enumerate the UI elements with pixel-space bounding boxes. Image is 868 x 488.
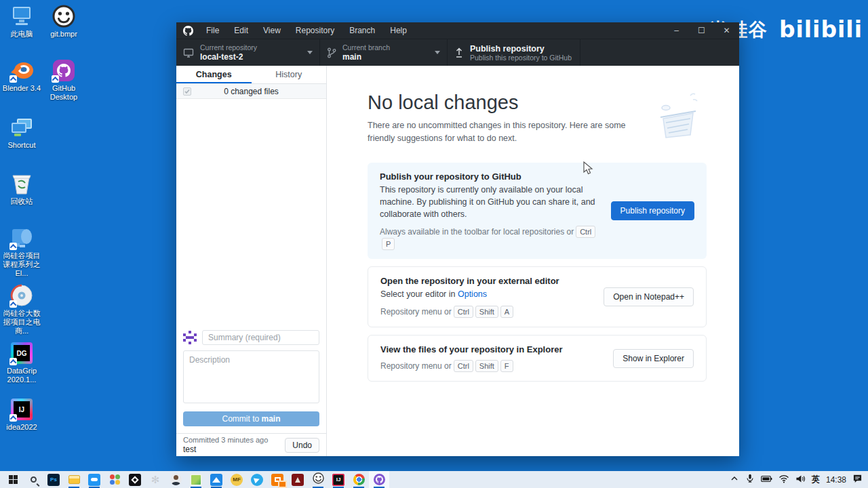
options-link[interactable]: Options (458, 289, 487, 299)
commit-button[interactable]: Commit to main (183, 411, 319, 426)
smiley-file-icon (52, 4, 76, 28)
maximize-button[interactable]: ☐ (689, 22, 714, 39)
start-button[interactable] (3, 471, 23, 488)
show-in-explorer-button[interactable]: Show in Explorer (613, 349, 694, 368)
key-badge: F (500, 360, 513, 372)
git-branch-icon (327, 47, 336, 58)
desktop-icon-this-pc[interactable]: 此电脑 (0, 4, 43, 39)
commit-description-input[interactable] (183, 350, 319, 403)
desktop-icon-git-bmpr[interactable]: git.bmpr (42, 4, 85, 39)
current-repository-dropdown[interactable]: Current repository local-test-2 (176, 39, 320, 66)
taskbar-github-desktop[interactable] (369, 471, 389, 488)
publish-repository-button[interactable]: Publish repository (611, 201, 694, 220)
bilibili-logo: bilibili (779, 16, 863, 43)
commit-status: Committed 3 minutes ago (183, 436, 268, 444)
desktop-icon-blender[interactable]: Blender 3.4 (0, 58, 43, 93)
open-in-editor-button[interactable]: Open in Notepad++ (604, 287, 694, 306)
battery-icon[interactable] (761, 474, 772, 486)
speaker-icon[interactable] (795, 474, 806, 486)
menu-file[interactable]: File (199, 22, 226, 39)
desktop-icon-label: DataGrip 2020.1... (0, 367, 43, 384)
sidebar-tabs: Changes History (176, 66, 326, 84)
toolbar: Current repository local-test-2 Current … (176, 39, 739, 66)
taskbar-red-app[interactable] (288, 471, 308, 488)
capcut-icon (129, 474, 141, 486)
desktop-icon-label: Shortcut (8, 141, 36, 150)
taskbar-intellij[interactable]: IJ (328, 471, 349, 488)
desktop-icon-datagrip[interactable]: DG DataGrip 2020.1... (0, 341, 43, 384)
key-badge: Ctrl (576, 226, 595, 238)
shortcut-arrow-icon (9, 243, 17, 250)
desktop-icon-shortcut[interactable]: Shortcut (0, 115, 43, 150)
grey-app-icon: ✻ (149, 474, 161, 486)
action-center-icon[interactable] (852, 474, 863, 486)
publish-repository-toolbar-button[interactable]: Publish repository Publish this reposito… (448, 39, 580, 66)
taskbar-chrome[interactable] (349, 471, 369, 488)
desktop-icon-label: GitHub Desktop (42, 84, 85, 102)
shortcut-arrow-icon (9, 358, 17, 365)
taskbar-mf-app[interactable]: MF (226, 471, 247, 488)
taskbar-colorful-app[interactable] (104, 471, 125, 488)
desktop-icon-label: 尚硅谷大数据项目之电商... (0, 309, 43, 336)
wifi-icon[interactable] (778, 474, 789, 486)
taskbar-picpick[interactable] (186, 471, 206, 488)
user-avatar (183, 331, 197, 344)
desktop-icon-course-folder[interactable]: 尚硅谷项目课程系列之El... (0, 226, 43, 279)
vmware-icon (271, 474, 283, 486)
taskbar-photos[interactable] (206, 471, 226, 488)
tab-changes[interactable]: Changes (176, 66, 252, 83)
key-badge: P (382, 238, 395, 250)
menu-repository[interactable]: Repository (288, 22, 342, 39)
minimize-button[interactable]: – (664, 22, 689, 39)
input-language-indicator[interactable]: 英 (812, 474, 820, 485)
commit-summary-input[interactable] (202, 330, 319, 345)
microphone-icon[interactable] (745, 473, 755, 486)
commit-message: test (183, 445, 268, 454)
titlebar: File Edit View Repository Branch Help – … (176, 22, 739, 39)
menu-view[interactable]: View (256, 22, 288, 39)
show-in-explorer-suggestion-card: View the files of your repository in Exp… (368, 335, 707, 382)
intellij-icon: IJ (332, 474, 344, 486)
open-editor-suggestion-card: Open the repository in your external edi… (368, 266, 707, 327)
current-branch-dropdown[interactable]: Current branch main (320, 39, 448, 66)
taskbar-balsamiq[interactable] (308, 471, 328, 488)
intellij-icon: IJ (9, 397, 34, 422)
datagrip-icon: DG (9, 341, 34, 365)
taskbar-vmware[interactable] (267, 471, 288, 488)
photoshop-icon: Ps (47, 474, 60, 486)
desktop-icon-idea[interactable]: IJ idea2022 (0, 397, 43, 432)
colorful-app-icon (110, 474, 120, 485)
undo-button[interactable]: Undo (285, 438, 319, 453)
desktop-icon-label: 此电脑 (11, 30, 33, 39)
shortcut-arrow-icon (52, 75, 59, 83)
taskbar-photoshop[interactable]: Ps (43, 471, 64, 488)
desktop-icon-github-desktop[interactable]: GitHub Desktop (42, 58, 85, 102)
taskbar-capcut[interactable] (125, 471, 145, 488)
menu-edit[interactable]: Edit (226, 22, 256, 39)
tab-history[interactable]: History (252, 66, 327, 83)
chrome-icon (353, 474, 365, 485)
taskbar-contact[interactable] (165, 471, 186, 488)
system-tray: 英 14:38 (730, 471, 868, 488)
taskbar-netdisk[interactable] (84, 471, 104, 488)
changes-sidebar: Changes History 0 changed files (176, 66, 327, 456)
close-button[interactable]: ✕ (714, 22, 739, 39)
desktop-icon-label: Blender 3.4 (3, 84, 41, 93)
picpick-icon (190, 474, 202, 486)
changed-files-count: 0 changed files (176, 87, 326, 96)
blankslate-panel: No local changes There are no uncommitte… (327, 66, 739, 456)
recycle-bin-icon (9, 171, 34, 196)
menu-help[interactable]: Help (382, 22, 414, 39)
taskbar-messenger[interactable] (247, 471, 267, 488)
course-app-icon (9, 226, 34, 250)
taskbar-file-explorer[interactable] (64, 471, 84, 488)
upload-arrow-icon (454, 47, 464, 58)
show-hidden-icons-chevron[interactable] (730, 474, 739, 486)
desktop-icon-recycle-bin[interactable]: 回收站 (0, 171, 43, 206)
clock[interactable]: 14:38 (826, 475, 846, 485)
taskbar-search-button[interactable] (23, 471, 43, 488)
menu-branch[interactable]: Branch (342, 22, 382, 39)
desktop-icon-bigdata-disc[interactable]: 尚硅谷大数据项目之电商... (0, 283, 43, 336)
taskbar-grey-app[interactable]: ✻ (145, 471, 165, 488)
publish-suggestion-card: Publish your repository to GitHub This r… (368, 163, 707, 259)
